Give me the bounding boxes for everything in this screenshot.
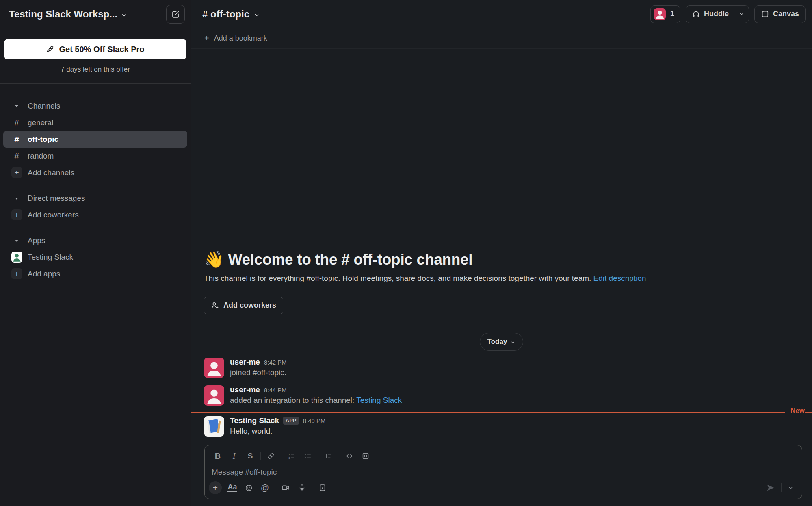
svg-text:1: 1 bbox=[289, 453, 290, 456]
huddle-button[interactable]: Huddle bbox=[692, 10, 734, 18]
emoji-icon[interactable] bbox=[240, 481, 257, 495]
channel-description: This channel is for everything #off-topi… bbox=[204, 274, 799, 283]
sidebar-item-add-coworkers[interactable]: + Add coworkers bbox=[3, 206, 187, 223]
channel-label: random bbox=[28, 152, 54, 161]
app-avatar[interactable] bbox=[204, 416, 224, 437]
message-row: user-me 8:42 PM joined #off-topic. bbox=[191, 354, 812, 382]
huddle-button-group: Huddle bbox=[686, 5, 749, 23]
get-slack-pro-label: Get 50% Off Slack Pro bbox=[59, 45, 144, 54]
huddle-options-button[interactable] bbox=[734, 11, 749, 17]
new-message-button[interactable] bbox=[166, 5, 185, 24]
new-messages-label: New bbox=[785, 407, 805, 415]
channel-label: general bbox=[28, 118, 53, 127]
add-bookmark-label: Add a bookmark bbox=[214, 34, 267, 43]
code-icon[interactable] bbox=[341, 449, 357, 463]
message-list: user-me 8:42 PM joined #off-topic. bbox=[191, 354, 812, 440]
huddle-label: Huddle bbox=[704, 10, 729, 18]
edit-description-link[interactable]: Edit description bbox=[593, 274, 646, 282]
app-avatar-icon bbox=[11, 252, 22, 263]
chevron-down-icon bbox=[121, 12, 128, 19]
code-block-icon[interactable] bbox=[357, 449, 374, 463]
sidebar-item-off-topic[interactable]: # off-topic bbox=[3, 131, 187, 148]
bold-icon[interactable]: B bbox=[210, 449, 226, 463]
user-avatar[interactable] bbox=[204, 385, 224, 406]
channels-section-header[interactable]: Channels bbox=[3, 98, 187, 114]
integration-link[interactable]: Testing Slack bbox=[356, 396, 402, 404]
sidebar-item-add-channels[interactable]: + Add channels bbox=[3, 164, 187, 181]
direct-messages-section: Direct messages + Add coworkers bbox=[0, 190, 191, 223]
channel-view: # off-topic 1 bbox=[191, 0, 812, 506]
plus-icon: + bbox=[11, 209, 22, 220]
channel-header: # off-topic 1 bbox=[191, 0, 812, 28]
add-coworkers-button[interactable]: Add coworkers bbox=[204, 297, 283, 314]
hash-icon: # bbox=[11, 135, 23, 143]
date-divider-button[interactable]: Today bbox=[480, 333, 524, 351]
get-slack-pro-button[interactable]: Get 50% Off Slack Pro bbox=[4, 39, 186, 59]
chevron-down-icon bbox=[253, 12, 260, 18]
message-row: Testing Slack APP 8:49 PM Hello, world. bbox=[191, 413, 812, 440]
message-author[interactable]: user-me bbox=[230, 358, 260, 367]
workspace-switcher[interactable]: Testing Slack Worksp... bbox=[9, 9, 128, 20]
headphones-icon bbox=[692, 10, 700, 18]
chevron-down-icon bbox=[738, 11, 745, 17]
slash-commands-icon[interactable] bbox=[314, 481, 331, 495]
mic-icon[interactable] bbox=[294, 481, 310, 495]
message-text: Hello, world. bbox=[230, 427, 326, 436]
message-text: added an integration to this channel: Te… bbox=[230, 396, 402, 405]
apps-section-header[interactable]: Apps bbox=[3, 232, 187, 249]
message-timestamp[interactable]: 8:42 PM bbox=[264, 359, 287, 366]
sidebar-item-add-apps[interactable]: + Add apps bbox=[3, 265, 187, 282]
blockquote-icon[interactable] bbox=[320, 449, 337, 463]
mention-icon[interactable]: @ bbox=[257, 481, 273, 495]
sidebar: Testing Slack Worksp... bbox=[0, 0, 191, 506]
date-divider: Today bbox=[191, 333, 812, 351]
attach-plus-icon[interactable]: + bbox=[209, 481, 222, 494]
member-count-button[interactable]: 1 bbox=[650, 5, 680, 23]
direct-messages-section-header[interactable]: Direct messages bbox=[3, 190, 187, 206]
text-format-icon[interactable]: Aa bbox=[224, 481, 240, 495]
message-timestamp[interactable]: 8:44 PM bbox=[264, 387, 287, 393]
add-bookmark-button[interactable]: + Add a bookmark bbox=[191, 28, 812, 49]
message-author[interactable]: Testing Slack bbox=[230, 416, 279, 425]
send-options-icon[interactable] bbox=[784, 481, 797, 494]
app-badge: APP bbox=[283, 417, 299, 425]
message-text: joined #off-topic. bbox=[230, 368, 287, 377]
ordered-list-icon[interactable]: 12 bbox=[284, 449, 300, 463]
message-input[interactable]: Message #off-topic bbox=[205, 464, 802, 479]
message-pane: 👋 Welcome to the # off-topic channel Thi… bbox=[191, 49, 812, 506]
header-actions: 1 Huddle bbox=[650, 5, 806, 23]
formatting-toolbar: B I S 12 bbox=[205, 445, 802, 464]
channels-section: Channels # general # off-topic # random … bbox=[0, 98, 191, 181]
sidebar-item-testing-slack-app[interactable]: Testing Slack bbox=[3, 249, 187, 265]
add-apps-label: Add apps bbox=[28, 269, 60, 278]
link-icon[interactable] bbox=[263, 449, 279, 463]
message-timestamp[interactable]: 8:49 PM bbox=[303, 417, 326, 424]
date-divider-label: Today bbox=[487, 338, 507, 346]
sidebar-item-random[interactable]: # random bbox=[3, 148, 187, 164]
canvas-button[interactable]: Canvas bbox=[754, 5, 806, 23]
add-coworkers-button-label: Add coworkers bbox=[223, 301, 276, 310]
direct-messages-section-label: Direct messages bbox=[28, 194, 85, 203]
strikethrough-icon[interactable]: S bbox=[242, 449, 258, 463]
pro-upsell-block: Get 50% Off Slack Pro 7 days left on thi… bbox=[0, 28, 191, 84]
offer-days-left: 7 days left on this offer bbox=[4, 65, 186, 74]
video-icon[interactable] bbox=[277, 481, 294, 495]
chevron-down-icon bbox=[510, 340, 515, 345]
plus-icon: + bbox=[11, 167, 22, 178]
channel-title: # off-topic bbox=[202, 9, 249, 20]
rocket-icon bbox=[46, 45, 55, 54]
bulleted-list-icon[interactable] bbox=[300, 449, 316, 463]
composer-action-bar: + Aa @ bbox=[205, 479, 802, 499]
channel-title-button[interactable]: # off-topic bbox=[202, 9, 260, 20]
canvas-label: Canvas bbox=[773, 10, 799, 18]
italic-icon[interactable]: I bbox=[226, 449, 242, 463]
person-add-icon bbox=[211, 301, 219, 310]
workspace-name: Testing Slack Worksp... bbox=[9, 9, 117, 20]
message-author[interactable]: user-me bbox=[230, 385, 260, 394]
user-avatar[interactable] bbox=[204, 358, 224, 378]
slack-window: Testing Slack Worksp... bbox=[0, 0, 812, 506]
send-icon[interactable] bbox=[762, 481, 779, 494]
apps-section-label: Apps bbox=[28, 236, 45, 245]
sidebar-item-general[interactable]: # general bbox=[3, 114, 187, 131]
caret-down-icon bbox=[11, 195, 23, 201]
